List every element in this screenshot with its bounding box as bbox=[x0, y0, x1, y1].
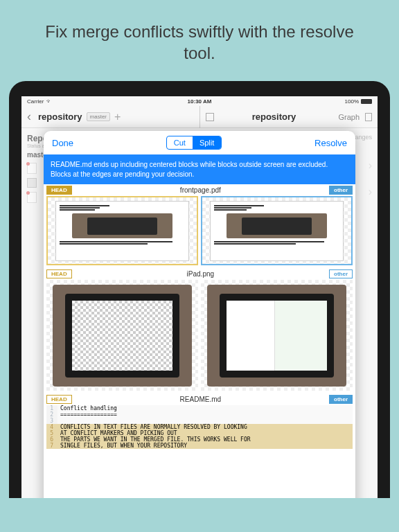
add-icon[interactable]: + bbox=[114, 111, 121, 123]
resolve-scroll[interactable]: HEAD frontpage.pdf other bbox=[44, 184, 355, 498]
code-text bbox=[57, 418, 353, 424]
diff-pane-other[interactable] bbox=[201, 280, 353, 391]
share-icon[interactable] bbox=[365, 113, 372, 121]
wifi-icon: ᯤ bbox=[46, 98, 52, 105]
battery-pct: 100% bbox=[345, 98, 359, 105]
nav-title-right: repository bbox=[252, 112, 296, 122]
seg-split[interactable]: Split bbox=[193, 136, 221, 149]
diff-pane-other[interactable] bbox=[201, 196, 353, 265]
checkbox-icon[interactable] bbox=[206, 113, 214, 121]
code-text: ================= bbox=[57, 411, 353, 418]
file-header-readme: HEAD README.md other bbox=[44, 393, 355, 405]
battery-icon bbox=[361, 99, 372, 104]
code-block[interactable]: 1Conflict handling 2================= 3 … bbox=[46, 405, 353, 449]
ipad-screen: Carrier ᯤ 10:30 AM 100% ‹ repository mas… bbox=[21, 96, 378, 498]
nav-title-left: repository bbox=[38, 112, 82, 122]
modal-toolbar: Done Cut Split Resolve bbox=[44, 131, 355, 154]
file-header-frontpage: HEAD frontpage.pdf other bbox=[44, 184, 355, 196]
line-number: 3 bbox=[46, 418, 57, 424]
status-bar: Carrier ᯤ 10:30 AM 100% bbox=[21, 96, 378, 106]
file-name: README.md bbox=[75, 396, 326, 403]
ipad-preview bbox=[53, 285, 192, 387]
other-badge[interactable]: other bbox=[329, 269, 353, 278]
image-icon bbox=[27, 178, 37, 188]
line-number: 2 bbox=[46, 411, 57, 418]
branch-badge[interactable]: master bbox=[87, 112, 110, 121]
code-text: the parts we want in the merged file. Th… bbox=[57, 436, 353, 443]
head-badge[interactable]: HEAD bbox=[46, 395, 72, 404]
ipad-frame: Carrier ᯤ 10:30 AM 100% ‹ repository mas… bbox=[9, 81, 390, 498]
resolve-button[interactable]: Resolve bbox=[314, 138, 347, 148]
line-number: 4 bbox=[46, 424, 57, 430]
changes-tab[interactable]: anges bbox=[355, 134, 372, 141]
diff-pane-head[interactable] bbox=[46, 280, 198, 391]
instruction-banner: README.md ends up including centered blo… bbox=[44, 154, 355, 184]
seg-cut[interactable]: Cut bbox=[167, 136, 193, 149]
other-badge[interactable]: other bbox=[329, 395, 353, 404]
done-button[interactable]: Done bbox=[52, 138, 73, 148]
head-badge[interactable]: HEAD bbox=[46, 186, 72, 195]
code-text: Conflict handling bbox=[57, 405, 353, 411]
nav-bar: ‹ repository master + repository Graph bbox=[21, 106, 378, 128]
back-chevron-icon[interactable]: ‹ bbox=[27, 109, 31, 124]
file-icon bbox=[27, 163, 37, 174]
line-number: 6 bbox=[46, 436, 57, 443]
graph-button[interactable]: Graph bbox=[338, 113, 360, 121]
resolve-modal: Done Cut Split Resolve README.md ends up… bbox=[44, 131, 355, 498]
file-icon bbox=[27, 192, 37, 203]
file-name: iPad.png bbox=[75, 270, 326, 278]
code-text: Conflicts in text files are normally res… bbox=[57, 424, 353, 430]
code-text: at conflict markers and picking out bbox=[57, 430, 353, 436]
other-badge[interactable]: other bbox=[329, 186, 353, 195]
carrier-label: Carrier bbox=[27, 98, 44, 105]
line-number: 5 bbox=[46, 430, 57, 436]
clock: 10:30 AM bbox=[188, 98, 212, 105]
hero-caption: Fix merge conflicts swiftly with the res… bbox=[0, 0, 399, 81]
line-number: 7 bbox=[46, 443, 57, 449]
line-number: 1 bbox=[46, 405, 57, 411]
code-text: single files, but when your repository bbox=[57, 443, 353, 449]
file-name: frontpage.pdf bbox=[75, 186, 326, 194]
ipad-preview bbox=[207, 285, 346, 387]
file-header-ipad: HEAD iPad.png other bbox=[44, 268, 355, 280]
head-badge[interactable]: HEAD bbox=[46, 269, 72, 278]
diff-pane-head[interactable] bbox=[46, 196, 198, 265]
view-mode-segmented[interactable]: Cut Split bbox=[166, 136, 222, 150]
